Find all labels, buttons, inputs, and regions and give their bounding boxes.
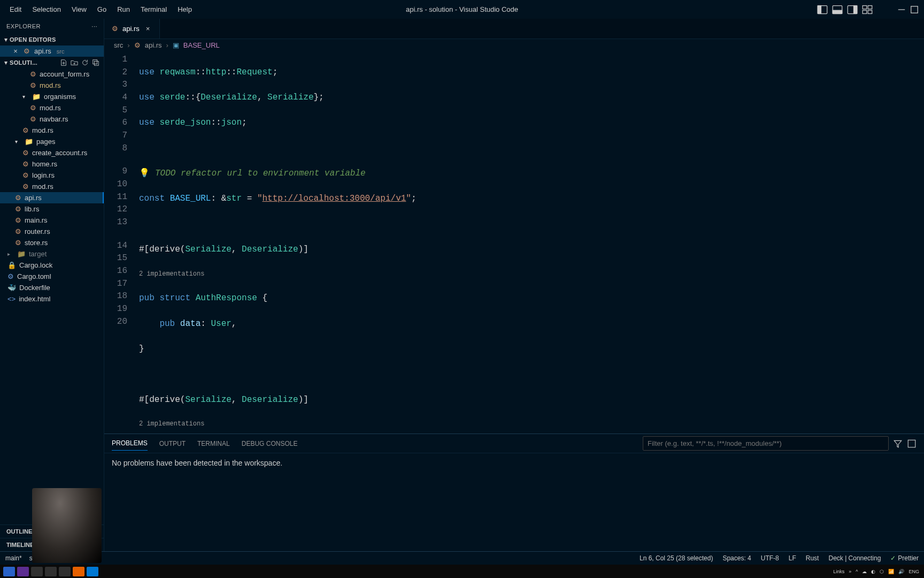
main-layout: EXPLORER ··· ▾ OPEN EDITORS × ⚙ api.rs s… bbox=[0, 19, 924, 551]
tray-icon[interactable]: ☁ bbox=[860, 569, 868, 574]
status-language[interactable]: Rust bbox=[806, 554, 819, 562]
filter-icon[interactable] bbox=[893, 439, 903, 448]
tray-language[interactable]: ENG bbox=[907, 569, 921, 574]
status-selection[interactable]: Ln 6, Col 25 (28 selected) bbox=[640, 554, 713, 562]
taskbar-app-icon[interactable] bbox=[87, 567, 98, 576]
open-editor-item[interactable]: × ⚙ api.rs src bbox=[0, 45, 104, 57]
menu-go[interactable]: Go bbox=[92, 2, 112, 17]
status-branch[interactable]: main* bbox=[5, 554, 22, 562]
tray-icon[interactable]: ◐ bbox=[869, 569, 877, 574]
code-editor[interactable]: 1234567891011121314151617181920 use reqw… bbox=[104, 51, 924, 434]
tree-file[interactable]: ⚙login.rs bbox=[0, 170, 104, 181]
tab-debug-console[interactable]: DEBUG CONSOLE bbox=[242, 437, 298, 451]
project-header[interactable]: ▾ SOLUTI... bbox=[0, 57, 104, 69]
codelens[interactable]: 2 implementations bbox=[139, 269, 919, 280]
close-icon[interactable]: × bbox=[12, 47, 19, 55]
tray-icon[interactable]: ⬡ bbox=[878, 569, 886, 574]
collapse-all-icon[interactable] bbox=[92, 59, 99, 66]
tree-file[interactable]: ⚙mod.rs bbox=[0, 181, 104, 192]
breadcrumb[interactable]: src › ⚙ api.rs › ▣ BASE_URL bbox=[104, 39, 924, 51]
tab-output[interactable]: OUTPUT bbox=[159, 437, 186, 451]
explorer-more-icon[interactable]: ··· bbox=[91, 23, 97, 29]
minimize-icon[interactable] bbox=[896, 4, 907, 15]
tray-network-icon[interactable]: 📶 bbox=[887, 569, 896, 574]
tree-file[interactable]: ⚙mod.rs bbox=[0, 125, 104, 136]
tray-volume-icon[interactable]: 🔊 bbox=[897, 569, 906, 574]
code-content[interactable]: use reqwasm::http::Request; use serde::{… bbox=[134, 51, 924, 434]
tree-file[interactable]: ⚙account_form.rs bbox=[0, 69, 104, 80]
menu-selection[interactable]: Selection bbox=[27, 2, 66, 17]
tree-file[interactable]: ⚙api.rs bbox=[0, 192, 104, 203]
new-folder-icon[interactable] bbox=[71, 59, 78, 66]
rs-icon: ⚙ bbox=[22, 160, 29, 168]
panel-maximize-icon[interactable] bbox=[907, 439, 917, 448]
refresh-icon[interactable] bbox=[81, 59, 89, 66]
menu-run[interactable]: Run bbox=[112, 2, 135, 17]
tree-file[interactable]: ⚙main.rs bbox=[0, 215, 104, 226]
status-encoding[interactable]: UTF-8 bbox=[761, 554, 779, 562]
tab-api-rs[interactable]: ⚙ api.rs × bbox=[104, 19, 160, 39]
tray-up-icon[interactable]: ^ bbox=[854, 569, 859, 574]
tree-file[interactable]: ⚙mod.rs bbox=[0, 102, 104, 113]
tree-item-label: account_form.rs bbox=[40, 70, 89, 78]
tree-item-label: mod.rs bbox=[32, 182, 53, 191]
status-deck[interactable]: Deck | Connecting bbox=[828, 554, 881, 562]
tray-chevron-icon[interactable]: » bbox=[847, 569, 853, 574]
tree-file[interactable]: 🔒Cargo.lock bbox=[0, 260, 104, 271]
rs-icon: ⚙ bbox=[15, 239, 21, 247]
status-eol[interactable]: LF bbox=[789, 554, 796, 562]
chevron-down-icon: ▾ bbox=[4, 59, 7, 66]
tree-file[interactable]: ⚙home.rs bbox=[0, 158, 104, 170]
close-icon[interactable]: × bbox=[144, 25, 152, 33]
rs-icon: ⚙ bbox=[22, 171, 29, 179]
tab-terminal[interactable]: TERMINAL bbox=[197, 437, 230, 451]
window-controls bbox=[817, 4, 924, 15]
new-file-icon[interactable] bbox=[60, 59, 67, 66]
tree-file[interactable]: ⚙router.rs bbox=[0, 226, 104, 237]
taskbar-app-icon[interactable] bbox=[3, 567, 15, 576]
filter-input[interactable] bbox=[643, 436, 889, 451]
symbol-constant-icon: ▣ bbox=[173, 41, 179, 49]
taskbar-app-icon[interactable] bbox=[31, 567, 43, 576]
breadcrumb-item[interactable]: src bbox=[114, 41, 123, 49]
taskbar-app-icon[interactable] bbox=[73, 567, 84, 576]
tree-file[interactable]: <>index.html bbox=[0, 293, 104, 305]
open-editors-header[interactable]: ▾ OPEN EDITORS bbox=[0, 34, 104, 45]
customize-layout-icon[interactable] bbox=[862, 4, 873, 15]
codelens[interactable]: 2 implementations bbox=[139, 419, 919, 430]
tree-file[interactable]: ⚙store.rs bbox=[0, 237, 104, 248]
tree-item-label: navbar.rs bbox=[40, 115, 68, 123]
menu-help[interactable]: Help bbox=[172, 2, 197, 17]
maximize-icon[interactable] bbox=[909, 4, 920, 15]
tree-file[interactable]: ⚙lib.rs bbox=[0, 203, 104, 215]
tree-file[interactable]: ⚙Cargo.toml bbox=[0, 271, 104, 282]
toggle-secondary-sidebar-icon[interactable] bbox=[847, 4, 858, 15]
menu-terminal[interactable]: Terminal bbox=[135, 2, 172, 17]
tree-file[interactable]: ⚙mod.rs bbox=[0, 80, 104, 91]
tree-file[interactable]: 🐳Dockerfile bbox=[0, 282, 104, 293]
toggle-panel-icon[interactable] bbox=[832, 4, 843, 15]
url-literal[interactable]: http://localhost:3000/api/v1 bbox=[262, 194, 406, 203]
rust-file-icon: ⚙ bbox=[22, 47, 31, 55]
tree-folder[interactable]: ▸📁target bbox=[0, 248, 104, 260]
tree-file[interactable]: ⚙navbar.rs bbox=[0, 113, 104, 125]
tray-links[interactable]: Links bbox=[831, 569, 846, 574]
tree-folder[interactable]: ▾📁organisms bbox=[0, 91, 104, 102]
lightbulb-icon[interactable]: 💡 bbox=[139, 169, 150, 178]
status-indentation[interactable]: Spaces: 4 bbox=[722, 554, 751, 562]
toggle-primary-sidebar-icon[interactable] bbox=[817, 4, 828, 15]
taskbar-app-icon[interactable] bbox=[59, 567, 71, 576]
svg-rect-11 bbox=[911, 6, 918, 13]
menu-view[interactable]: View bbox=[66, 2, 92, 17]
menu-edit[interactable]: Edit bbox=[4, 2, 27, 17]
status-prettier[interactable]: ✓Prettier bbox=[890, 554, 919, 562]
breadcrumb-item[interactable]: api.rs bbox=[145, 41, 162, 49]
tab-problems[interactable]: PROBLEMS bbox=[112, 436, 148, 451]
tree-folder[interactable]: ▾📁pages bbox=[0, 136, 104, 147]
rust-file-icon: ⚙ bbox=[134, 41, 141, 49]
tree-item-label: index.html bbox=[19, 295, 50, 303]
taskbar-app-icon[interactable] bbox=[45, 567, 57, 576]
taskbar-app-icon[interactable] bbox=[17, 567, 29, 576]
tree-file[interactable]: ⚙create_account.rs bbox=[0, 147, 104, 158]
breadcrumb-symbol[interactable]: BASE_URL bbox=[183, 41, 220, 49]
